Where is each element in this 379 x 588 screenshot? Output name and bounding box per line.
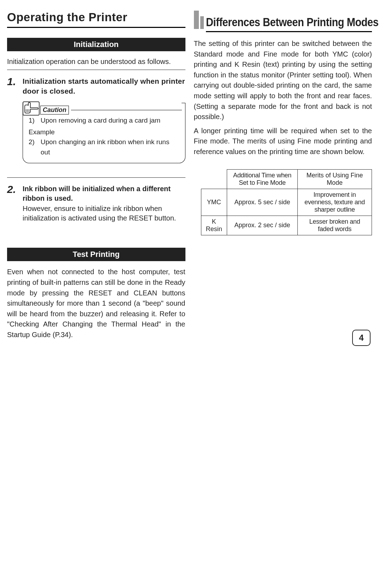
title-bars-icon xyxy=(194,11,204,29)
row-time: Approx. 5 sec / side xyxy=(227,189,298,216)
row-time: Approx. 2 sec / side xyxy=(227,216,298,235)
row-label: K Resin xyxy=(201,216,227,235)
section-heading-test-printing: Test Printing xyxy=(7,248,185,261)
fine-mode-table: Additional Time when Set to Fine Mode Me… xyxy=(201,169,372,235)
step-2-regular: However, ensure to initialize ink ribbon… xyxy=(23,204,185,223)
table-header-empty xyxy=(201,169,227,189)
modes-para-2: A longer printing time will be required … xyxy=(194,126,372,157)
row-label: YMC xyxy=(201,189,227,216)
list-text: Upon removing a card during a card jam xyxy=(41,116,160,126)
step-number: 1. xyxy=(7,76,19,96)
caution-list: 1) Upon removing a card during a card ja… xyxy=(29,116,179,157)
list-text: Upon changing an ink ribbon when ink run… xyxy=(41,137,179,157)
step-number: 2. xyxy=(7,184,19,223)
thin-rule xyxy=(7,70,185,70)
row-merits: Lesser broken and faded words xyxy=(298,216,372,235)
thin-rule xyxy=(7,177,185,178)
page-title-left: Operating the Printer xyxy=(7,11,185,24)
initialization-lead: Initialization operation can be understo… xyxy=(7,57,185,66)
pointing-hand-icon xyxy=(23,101,40,116)
page-title-right: Differences Between Printing Modes xyxy=(206,16,379,29)
section-heading-initialization: Initialization xyxy=(7,38,185,51)
title-wrap: Differences Between Printing Modes xyxy=(194,11,372,29)
table-header-merits: Merits of Using Fine Mode xyxy=(298,169,372,189)
step-1-text: Initialization starts automatically when… xyxy=(23,76,185,96)
step-2: 2. Ink ribbon will be initialized when a… xyxy=(7,184,185,223)
title-rule xyxy=(7,27,185,28)
list-marker: 1) xyxy=(29,116,37,126)
list-marker: 2) xyxy=(29,137,37,157)
right-column: Differences Between Printing Modes The s… xyxy=(194,11,372,340)
test-printing-body: Even when not connected to the host comp… xyxy=(7,267,185,340)
caution-label: Caution xyxy=(40,106,69,114)
page-content: Operating the Printer Initialization Ini… xyxy=(7,11,372,340)
table-row: K Resin Approx. 2 sec / side Lesser brok… xyxy=(201,216,372,235)
example-label: Example xyxy=(29,127,179,137)
title-rule xyxy=(206,31,372,32)
step-2-bold: Ink ribbon will be initialized when a di… xyxy=(23,184,185,203)
step-1: 1. Initialization starts automatically w… xyxy=(7,76,185,96)
row-merits: Improvement in evenness, texture and sha… xyxy=(298,189,372,216)
caution-label-wrap: Caution xyxy=(40,106,71,114)
table-header-time: Additional Time when Set to Fine Mode xyxy=(227,169,298,189)
table-row: Additional Time when Set to Fine Mode Me… xyxy=(201,169,372,189)
table-row: YMC Approx. 5 sec / side Improvement in … xyxy=(201,189,372,216)
page-number: 4 xyxy=(352,330,371,346)
modes-para-1: The setting of this printer can be switc… xyxy=(194,39,372,122)
caution-line xyxy=(69,110,182,110)
caution-block: Caution 1) Upon removing a card during a… xyxy=(23,103,185,163)
left-column: Operating the Printer Initialization Ini… xyxy=(7,11,185,340)
page-number-value: 4 xyxy=(359,333,363,343)
